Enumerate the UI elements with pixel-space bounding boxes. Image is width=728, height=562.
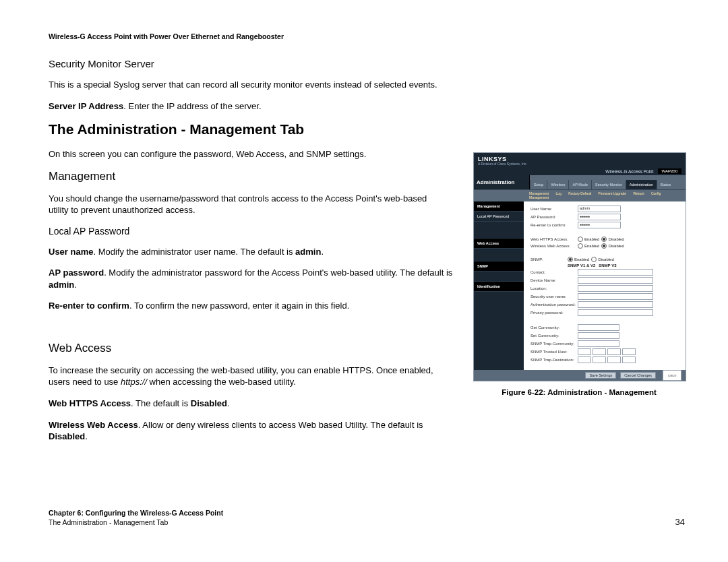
input-setc[interactable] <box>578 332 619 339</box>
lbl-authpw: Authentication password: <box>530 303 578 307</box>
username-item: User name. Modify the administrator user… <box>49 246 453 258</box>
lbl-privpw: Privacy password: <box>530 311 578 315</box>
lbl-re: Re-enter to confirm: <box>530 223 578 227</box>
input-authpw[interactable] <box>578 301 653 308</box>
input-trapc[interactable] <box>578 340 619 347</box>
web-desc-https: https:// <box>121 377 147 387</box>
username-bold: User name <box>49 247 93 257</box>
reenter-item: Re-enter to confirm. To confirm the new … <box>49 300 453 312</box>
input-pw[interactable]: ●●●●● <box>578 214 621 220</box>
figure-screenshot: LINKSYS A Division of Cisco Systems, Inc… <box>473 152 686 381</box>
section-security-monitor-server: Security Monitor Server <box>49 58 685 69</box>
web-https-item: Web HTTPS Access. The default is Disable… <box>49 398 453 410</box>
input-user[interactable]: admin <box>578 206 621 212</box>
tab-administration[interactable]: Administration <box>626 180 657 189</box>
side-identification: Identification <box>474 282 524 292</box>
input-devname[interactable] <box>578 277 653 284</box>
cisco-logo: CISCO <box>663 370 681 381</box>
server-ip-item: Server IP Address. Enter the IP address … <box>49 100 453 113</box>
save-settings-button[interactable]: Save Settings <box>585 372 616 379</box>
lbl-wwa: Wireless Web Access: <box>530 244 578 248</box>
lbl-trapc: SNMP Trap-Community: <box>530 342 578 346</box>
web-https-bold: Web HTTPS Access <box>49 398 131 408</box>
web-https-default: Disabled <box>191 398 227 408</box>
wwa-rest: . Allow or deny wireless clients to acce… <box>138 420 423 430</box>
input-privpw[interactable] <box>578 309 653 316</box>
tab-status[interactable]: Status <box>657 180 675 189</box>
snmp-v12: SNMP V1 & V2 <box>568 263 595 268</box>
footer-chapter: Chapter 6: Configuring the Wireless-G Ac… <box>49 508 223 518</box>
input-re[interactable]: ●●●●● <box>578 222 621 228</box>
radio-https-disabled[interactable] <box>601 237 607 242</box>
input-getc[interactable] <box>578 324 619 331</box>
side-snmp: SNMP <box>474 261 524 272</box>
router-subnav: Management Log Factory Default Firmware … <box>474 189 686 201</box>
lbl-contact: Contact: <box>530 270 578 274</box>
subnav-log[interactable]: Log <box>556 191 562 195</box>
lbl-user: User Name: <box>530 207 578 211</box>
wwa-default: Disabled <box>49 431 85 441</box>
lbl-trustedh: SNMP Trusted Host: <box>530 350 578 354</box>
web-access-desc: To increase the security on accessing th… <box>49 365 446 388</box>
web-desc-2: when accessing the web-based utility. <box>147 377 296 387</box>
lbl-pw: AP Password: <box>530 215 578 219</box>
snmp-v3: SNMP V3 <box>599 263 616 268</box>
lbl-https: Web HTTPS Access: <box>530 237 578 241</box>
page-number: 34 <box>675 517 685 527</box>
radio-snmp-enabled[interactable] <box>568 257 573 262</box>
management-desc: You should change the username/password … <box>49 193 433 216</box>
side-web-access: Web Access <box>474 239 524 249</box>
section1-desc: This is a special Syslog server that can… <box>49 79 682 91</box>
router-model: WAP200 <box>658 168 681 174</box>
lbl-location: Location: <box>530 286 578 290</box>
appassword-bold: AP password <box>49 268 104 278</box>
input-trapd[interactable] <box>578 356 636 363</box>
radio-wwa-enabled[interactable] <box>578 243 583 249</box>
router-tabs: Setup Wireless AP Mode Security Monitor … <box>530 175 686 189</box>
radio-wwa-disabled[interactable] <box>601 243 607 249</box>
tab-ap-mode[interactable]: AP Mode <box>568 180 591 189</box>
web-https-rest: . The default is <box>131 398 191 408</box>
intro-text: On this screen you can configure the pas… <box>49 148 453 160</box>
appassword-item: AP password. Modify the administrator pa… <box>49 267 453 290</box>
side-local-ap: Local AP Password <box>474 212 524 222</box>
management-heading: Management <box>49 170 457 183</box>
server-ip-rest: . Enter the IP address of the server. <box>123 101 261 111</box>
wwa-bold: Wireless Web Access <box>49 420 138 430</box>
input-contact[interactable] <box>578 269 653 276</box>
router-nav-section: Administration <box>474 175 530 189</box>
tab-security-monitor[interactable]: Security Monitor <box>591 180 626 189</box>
lbl-trapd: SNMP Trap-Destination: <box>530 358 578 362</box>
username-default: admin <box>295 247 321 257</box>
server-ip-bold: Server IP Address <box>49 101 123 111</box>
username-rest: . Modify the administrator user name. Th… <box>93 247 295 257</box>
lbl-devname: Device Name: <box>530 278 578 282</box>
lbl-snmp: SNMP: <box>530 257 568 261</box>
input-location[interactable] <box>578 285 653 292</box>
cancel-changes-button[interactable]: Cancel Changes <box>620 372 656 379</box>
radio-https-enabled[interactable] <box>578 237 583 242</box>
appassword-rest: . Modify the administrator password for … <box>104 268 452 278</box>
main-title: The Administration - Management Tab <box>49 121 685 137</box>
reenter-rest: . To confirm the new password, enter it … <box>129 301 349 311</box>
router-sublogo: A Division of Cisco Systems, Inc. <box>478 162 681 166</box>
local-ap-password-heading: Local AP Password <box>49 226 457 237</box>
input-trustedh[interactable] <box>578 348 636 355</box>
tab-wireless[interactable]: Wireless <box>547 180 568 189</box>
wwa-item: Wireless Web Access. Allow or deny wirel… <box>49 419 453 443</box>
lbl-secuser: Security user name: <box>530 294 578 299</box>
subnav-factory[interactable]: Factory Default <box>568 191 591 195</box>
lbl-setc: Set Community: <box>530 334 578 338</box>
reenter-bold: Re-enter to confirm <box>49 301 129 311</box>
router-product: Wireless-G Access Point <box>605 169 653 174</box>
doc-header: Wireless-G Access Point with Power Over … <box>49 32 685 40</box>
footer-section: The Administration - Management Tab <box>49 518 223 527</box>
figure-caption: Figure 6-22: Administration - Management <box>473 388 685 396</box>
tab-setup[interactable]: Setup <box>530 180 547 189</box>
subnav-firmware[interactable]: Firmware Upgrade <box>599 191 626 195</box>
lbl-getc: Get Community: <box>530 325 578 330</box>
radio-snmp-disabled[interactable] <box>591 257 597 262</box>
web-access-heading: Web Access <box>49 342 457 355</box>
input-secuser[interactable] <box>578 293 653 300</box>
subnav-reboot[interactable]: Reboot <box>633 191 644 195</box>
